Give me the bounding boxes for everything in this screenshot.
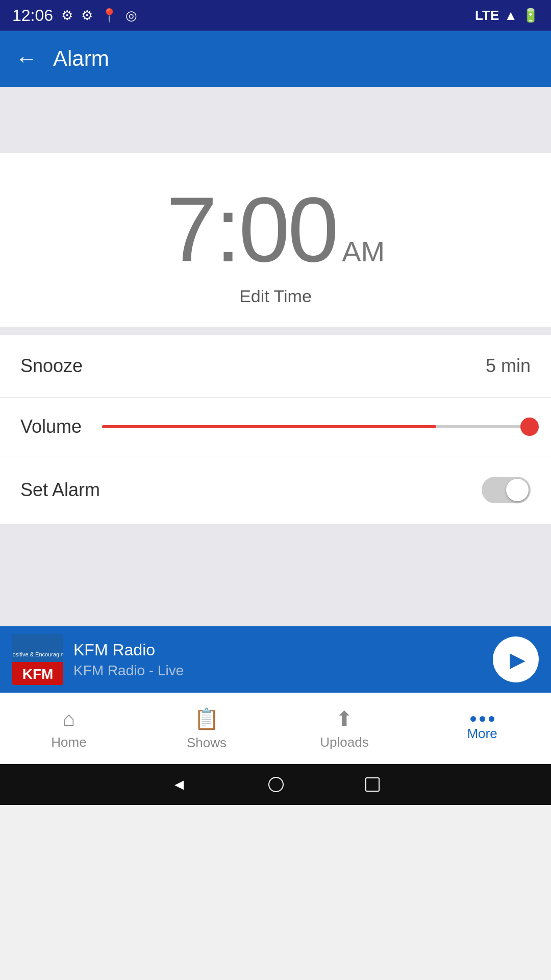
- shows-icon: 📋: [194, 707, 219, 731]
- nav-shows[interactable]: 📋 Shows: [138, 699, 276, 759]
- nav-home[interactable]: ⌂ Home: [0, 699, 138, 758]
- more-label: More: [467, 726, 497, 742]
- play-button[interactable]: ▶: [493, 636, 539, 682]
- play-icon: ▶: [510, 648, 525, 671]
- location-icon: 📍: [101, 8, 117, 23]
- status-bar: 12:06 ⚙ ⚙ 📍 ◎ LTE ▲ 🔋: [0, 0, 551, 31]
- vpn-icon: ◎: [126, 8, 137, 23]
- home-nav-button[interactable]: [268, 777, 284, 792]
- back-button[interactable]: ←: [15, 46, 38, 71]
- snooze-label: Snooze: [20, 355, 83, 377]
- slider-thumb[interactable]: [520, 418, 539, 436]
- clock-section[interactable]: 7:00 AM Edit Time: [0, 153, 551, 327]
- toggle-thumb: [506, 479, 529, 501]
- android-nav-bar: ◄: [0, 764, 551, 805]
- home-icon: ⌂: [63, 707, 75, 730]
- volume-row[interactable]: Volume: [0, 398, 551, 456]
- clock-display[interactable]: 7:00 AM: [166, 184, 385, 278]
- nav-more[interactable]: More: [413, 708, 551, 750]
- slider-track: [102, 425, 531, 428]
- svg-text:KFM: KFM: [22, 666, 54, 682]
- top-spacer: [0, 87, 551, 153]
- nav-uploads[interactable]: ⬆ Uploads: [276, 699, 413, 758]
- shows-label: Shows: [187, 735, 227, 751]
- home-label: Home: [51, 734, 86, 750]
- back-nav-button[interactable]: ◄: [171, 776, 187, 793]
- signal-icon: ▲: [504, 8, 517, 23]
- set-alarm-toggle[interactable]: [482, 477, 531, 503]
- settings-section: Snooze 5 min Volume Set Alarm: [0, 335, 551, 524]
- recents-nav-button[interactable]: [365, 777, 380, 792]
- edit-time-button[interactable]: Edit Time: [239, 286, 312, 306]
- clock-ampm: AM: [342, 235, 385, 268]
- toggle-track: [482, 477, 531, 503]
- lte-label: LTE: [475, 8, 499, 23]
- snooze-row[interactable]: Snooze 5 min: [0, 335, 551, 398]
- uploads-label: Uploads: [320, 734, 368, 750]
- station-subtitle: KFM Radio - Live: [73, 663, 483, 679]
- app-bar: ← Alarm: [0, 31, 551, 87]
- battery-icon: 🔋: [522, 8, 539, 23]
- kfm-logo-image: KFM Positive & Encouraging: [12, 634, 63, 685]
- volume-slider[interactable]: [102, 425, 531, 428]
- status-time: 12:06: [12, 6, 53, 25]
- volume-label: Volume: [20, 416, 82, 437]
- uploads-icon: ⬆: [336, 707, 353, 730]
- section-divider: [0, 327, 551, 335]
- settings-icon-1: ⚙: [61, 8, 73, 23]
- slider-fill: [102, 425, 436, 428]
- settings-gray-area: [0, 524, 551, 626]
- snooze-value: 5 min: [486, 355, 531, 377]
- player-bar[interactable]: KFM Positive & Encouraging KFM Radio KFM…: [0, 626, 551, 693]
- page-title: Alarm: [53, 46, 109, 71]
- svg-text:Positive & Encouraging: Positive & Encouraging: [12, 651, 63, 657]
- clock-time: 7:00: [166, 184, 337, 276]
- bottom-nav: ⌂ Home 📋 Shows ⬆ Uploads More: [0, 693, 551, 764]
- set-alarm-label: Set Alarm: [20, 479, 100, 501]
- set-alarm-row[interactable]: Set Alarm: [0, 456, 551, 524]
- settings-icon-2: ⚙: [81, 8, 93, 23]
- station-name: KFM Radio: [73, 641, 483, 659]
- station-logo: KFM Positive & Encouraging: [12, 634, 63, 685]
- more-dots-icon: [470, 716, 494, 722]
- station-info: KFM Radio KFM Radio - Live: [73, 641, 483, 679]
